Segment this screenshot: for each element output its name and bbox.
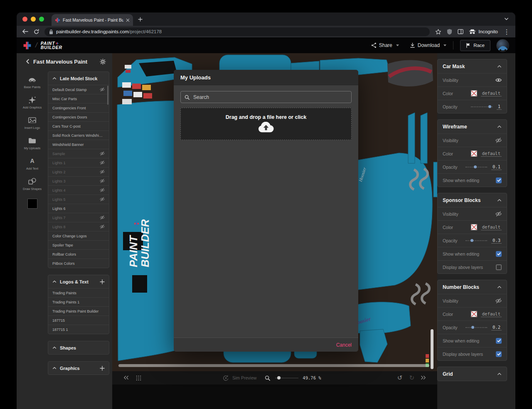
section-header[interactable]: Graphics — [48, 362, 109, 375]
tool-insert-logo[interactable]: Insert Logo — [17, 116, 48, 130]
eye-off-icon[interactable] — [100, 151, 105, 156]
redo-icon[interactable]: ↻ — [409, 374, 414, 382]
color-swatch[interactable] — [471, 150, 477, 157]
checkbox[interactable] — [496, 264, 502, 270]
tool-add-text[interactable]: AAdd Text — [17, 157, 48, 170]
uploads-search[interactable] — [180, 91, 352, 103]
collapse-left-icon[interactable] — [123, 375, 129, 380]
add-layer-button[interactable] — [100, 279, 105, 284]
layer-row[interactable]: Lights 5 — [48, 195, 109, 204]
checkbox[interactable] — [496, 351, 502, 357]
eye-off-icon[interactable] — [100, 188, 105, 192]
eye-off-icon[interactable] — [100, 215, 105, 220]
browser-tab[interactable]: Fast Marvelous Paint - Paint Bu — [52, 14, 133, 26]
layer-row[interactable]: Lights 1 — [48, 158, 109, 167]
eye-off-icon[interactable] — [100, 87, 105, 92]
eye-off-icon[interactable] — [100, 170, 105, 174]
checkbox[interactable] — [496, 338, 502, 344]
reload-button[interactable] — [34, 29, 39, 34]
layer-row[interactable]: Rollbar Colors — [48, 249, 109, 259]
extension-icon[interactable] — [447, 29, 452, 35]
panel-header[interactable]: Number Blocks — [438, 280, 507, 294]
opacity-slider[interactable] — [471, 105, 493, 108]
layer-row[interactable]: Lights 6 — [48, 204, 109, 213]
search-input[interactable] — [192, 94, 347, 101]
opacity-value[interactable]: 0.3 — [491, 238, 502, 244]
layer-row[interactable]: Windshield Banner — [48, 140, 109, 149]
layer-row[interactable]: Contingencies Front — [48, 103, 109, 112]
user-avatar[interactable] — [496, 39, 509, 52]
layer-row[interactable]: Cars Tour C-post — [48, 121, 109, 131]
current-color-swatch[interactable] — [27, 199, 37, 209]
race-button[interactable]: Race — [460, 40, 490, 51]
horizontal-scrollbar[interactable] — [118, 364, 429, 367]
undo-icon[interactable]: ↺ — [397, 374, 403, 382]
opacity-slider[interactable] — [466, 165, 487, 169]
eye-off-icon[interactable] — [495, 138, 502, 143]
layer-row[interactable]: Contingencies Doors — [48, 112, 109, 121]
new-tab-button[interactable] — [135, 14, 145, 25]
grid-toggle-icon[interactable] — [136, 375, 141, 381]
section-header[interactable]: Shapes — [48, 341, 109, 354]
bookmark-star-icon[interactable] — [435, 29, 441, 35]
slider-handle[interactable] — [470, 239, 473, 242]
opacity-slider[interactable] — [466, 239, 487, 242]
layer-row[interactable]: Lights 7 — [48, 213, 109, 222]
opacity-value[interactable]: 0.1 — [491, 164, 502, 170]
panel-header[interactable]: Car Mask — [438, 59, 507, 73]
color-value[interactable]: default — [481, 151, 502, 157]
back-button[interactable] — [22, 29, 28, 34]
tab-list-chevron-icon[interactable] — [498, 17, 515, 20]
project-settings-gear-icon[interactable] — [100, 59, 107, 65]
layer-row[interactable]: Misc Car Parts — [48, 94, 109, 103]
browser-menu-icon[interactable]: ⋮ — [503, 28, 510, 36]
slider-handle[interactable] — [471, 326, 474, 329]
opacity-slider[interactable] — [466, 326, 487, 329]
opacity-value[interactable]: 1 — [497, 104, 502, 110]
tool-draw-shapes[interactable]: Draw Shapes — [17, 177, 48, 191]
layer-row[interactable]: Trading Paints 1 — [48, 297, 109, 306]
vertical-scrollbar[interactable] — [431, 329, 433, 369]
section-header[interactable]: Logos & Text — [48, 275, 109, 288]
sim-preview-icon[interactable] — [223, 375, 229, 381]
eye-off-icon[interactable] — [100, 224, 105, 229]
add-layer-button[interactable] — [100, 366, 105, 371]
color-swatch[interactable] — [471, 90, 477, 96]
cancel-button[interactable]: Cancel — [336, 342, 352, 348]
zoom-slider[interactable] — [275, 376, 298, 380]
color-swatch[interactable] — [471, 224, 477, 230]
layer-row[interactable]: Solid Rock Carriers Windshiel... — [48, 131, 109, 140]
collapse-right-icon[interactable] — [421, 375, 426, 380]
panel-header[interactable]: Grid — [438, 367, 507, 381]
layer-row[interactable]: Lights 4 — [48, 185, 109, 195]
layer-row[interactable]: 187715 1 — [48, 325, 109, 334]
eye-off-icon[interactable] — [100, 160, 105, 165]
sim-preview-label[interactable]: Sim Preview — [232, 375, 256, 380]
download-button[interactable]: Download — [410, 42, 446, 48]
slider-handle[interactable] — [488, 105, 491, 108]
eye-off-icon[interactable] — [100, 179, 105, 183]
checkbox[interactable] — [496, 177, 502, 183]
trading-paints-logo-icon[interactable] — [23, 41, 32, 50]
tab-close-icon[interactable] — [126, 18, 130, 22]
file-dropzone[interactable]: Drag and drop a file here or click — [180, 108, 352, 140]
color-swatch[interactable] — [471, 311, 477, 317]
color-value[interactable]: default — [481, 224, 502, 230]
eye-icon[interactable] — [495, 78, 502, 82]
back-chevron-icon[interactable] — [26, 59, 30, 64]
layer-row[interactable]: Lights 8 — [48, 222, 109, 231]
zoom-slider-handle[interactable] — [277, 376, 281, 379]
zoom-window-button[interactable] — [39, 17, 44, 22]
split-view-icon[interactable] — [458, 29, 463, 34]
layer-row[interactable]: Trading Paints — [48, 288, 109, 297]
layer-row[interactable]: Pitbox Colors — [48, 259, 109, 268]
layer-row[interactable]: Default Decal Stamp — [48, 85, 109, 94]
tool-my-uploads[interactable]: My Uploads — [17, 137, 48, 150]
checkbox[interactable] — [496, 251, 502, 257]
color-value[interactable]: default — [481, 311, 502, 317]
tool-add-graphics[interactable]: Add Graphics — [17, 96, 48, 109]
layer-row[interactable]: Trading Paints Paint Builder — [48, 306, 109, 315]
share-button[interactable]: Share — [371, 42, 399, 48]
layer-row[interactable]: Sample — [48, 149, 109, 158]
zoom-value[interactable]: 49.76 % — [303, 375, 321, 380]
